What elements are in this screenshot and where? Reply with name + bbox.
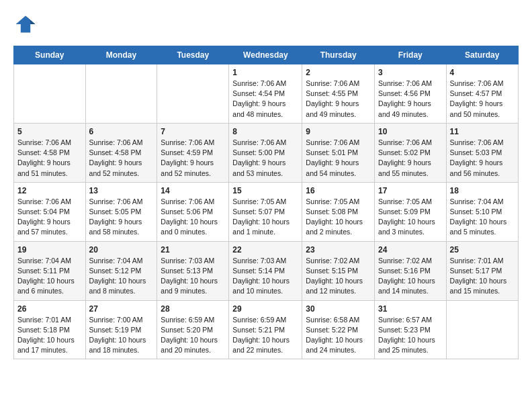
cell-content: Sunrise: 7:05 AMSunset: 5:09 PMDaylight:… bbox=[378, 197, 443, 238]
calendar-cell: 13Sunrise: 7:06 AMSunset: 5:05 PMDayligh… bbox=[85, 182, 157, 241]
day-number: 9 bbox=[306, 127, 371, 136]
day-number: 29 bbox=[232, 304, 298, 314]
logo bbox=[13, 12, 40, 36]
day-number: 25 bbox=[450, 245, 515, 255]
calendar-cell: 4Sunrise: 7:06 AMSunset: 4:57 PMDaylight… bbox=[446, 64, 518, 124]
cell-content: Sunrise: 7:06 AMSunset: 4:59 PMDaylight:… bbox=[161, 138, 225, 179]
day-number: 21 bbox=[161, 245, 225, 255]
week-row-3: 12Sunrise: 7:06 AMSunset: 5:04 PMDayligh… bbox=[14, 182, 519, 241]
week-row-2: 5Sunrise: 7:06 AMSunset: 4:58 PMDaylight… bbox=[14, 123, 519, 182]
cell-content: Sunrise: 7:05 AMSunset: 5:08 PMDaylight:… bbox=[306, 197, 371, 238]
calendar-cell: 17Sunrise: 7:05 AMSunset: 5:09 PMDayligh… bbox=[375, 182, 447, 241]
day-number: 1 bbox=[232, 68, 298, 77]
calendar-cell: 6Sunrise: 7:06 AMSunset: 4:58 PMDaylight… bbox=[85, 123, 157, 182]
calendar-cell bbox=[157, 64, 229, 124]
day-number: 14 bbox=[161, 186, 225, 195]
cell-content: Sunrise: 7:01 AMSunset: 5:17 PMDaylight:… bbox=[450, 256, 515, 297]
cell-content: Sunrise: 7:06 AMSunset: 5:05 PMDaylight:… bbox=[89, 197, 154, 238]
day-number: 19 bbox=[17, 245, 82, 255]
day-number: 12 bbox=[17, 186, 82, 195]
cell-content: Sunrise: 7:06 AMSunset: 4:55 PMDaylight:… bbox=[306, 79, 371, 120]
page: SundayMondayTuesdayWednesdayThursdayFrid… bbox=[0, 0, 532, 371]
cell-content: Sunrise: 7:02 AMSunset: 5:15 PMDaylight:… bbox=[306, 256, 371, 297]
day-number: 8 bbox=[232, 127, 298, 136]
day-number: 11 bbox=[450, 127, 515, 136]
header bbox=[13, 12, 519, 36]
cell-content: Sunrise: 7:03 AMSunset: 5:13 PMDaylight:… bbox=[161, 256, 225, 297]
calendar-cell: 27Sunrise: 7:00 AMSunset: 5:19 PMDayligh… bbox=[85, 300, 157, 359]
day-number: 23 bbox=[306, 245, 371, 255]
day-number: 24 bbox=[378, 245, 443, 255]
day-number: 26 bbox=[17, 304, 82, 314]
calendar-cell: 24Sunrise: 7:02 AMSunset: 5:16 PMDayligh… bbox=[375, 241, 447, 300]
day-number: 4 bbox=[450, 68, 515, 77]
cell-content: Sunrise: 7:06 AMSunset: 5:04 PMDaylight:… bbox=[17, 197, 82, 238]
cell-content: Sunrise: 7:06 AMSunset: 5:03 PMDaylight:… bbox=[450, 138, 515, 179]
cell-content: Sunrise: 7:04 AMSunset: 5:12 PMDaylight:… bbox=[89, 256, 154, 297]
cell-content: Sunrise: 7:06 AMSunset: 4:56 PMDaylight:… bbox=[378, 79, 443, 120]
cell-content: Sunrise: 7:00 AMSunset: 5:19 PMDaylight:… bbox=[89, 315, 154, 356]
day-number: 7 bbox=[161, 127, 225, 136]
calendar-cell: 10Sunrise: 7:06 AMSunset: 5:02 PMDayligh… bbox=[375, 123, 447, 182]
calendar-cell bbox=[446, 300, 518, 359]
cell-content: Sunrise: 7:06 AMSunset: 5:02 PMDaylight:… bbox=[378, 138, 443, 179]
cell-content: Sunrise: 7:04 AMSunset: 5:11 PMDaylight:… bbox=[17, 256, 82, 297]
calendar-cell: 9Sunrise: 7:06 AMSunset: 5:01 PMDaylight… bbox=[302, 123, 375, 182]
cell-content: Sunrise: 7:06 AMSunset: 4:58 PMDaylight:… bbox=[17, 138, 82, 179]
cell-content: Sunrise: 6:59 AMSunset: 5:21 PMDaylight:… bbox=[232, 315, 298, 356]
calendar-cell: 21Sunrise: 7:03 AMSunset: 5:13 PMDayligh… bbox=[157, 241, 229, 300]
calendar-cell: 7Sunrise: 7:06 AMSunset: 4:59 PMDaylight… bbox=[157, 123, 229, 182]
day-number: 5 bbox=[17, 127, 82, 136]
calendar-cell: 25Sunrise: 7:01 AMSunset: 5:17 PMDayligh… bbox=[446, 241, 518, 300]
cell-content: Sunrise: 7:01 AMSunset: 5:18 PMDaylight:… bbox=[17, 315, 82, 356]
day-number: 20 bbox=[89, 245, 154, 255]
day-number: 2 bbox=[306, 68, 371, 77]
calendar-cell: 3Sunrise: 7:06 AMSunset: 4:56 PMDaylight… bbox=[375, 64, 447, 124]
cell-content: Sunrise: 7:03 AMSunset: 5:14 PMDaylight:… bbox=[232, 256, 298, 297]
day-number: 6 bbox=[89, 127, 154, 136]
calendar-cell: 19Sunrise: 7:04 AMSunset: 5:11 PMDayligh… bbox=[14, 241, 86, 300]
day-number: 27 bbox=[89, 304, 154, 314]
calendar-cell: 1Sunrise: 7:06 AMSunset: 4:54 PMDaylight… bbox=[229, 64, 302, 124]
day-number: 30 bbox=[306, 304, 371, 314]
cell-content: Sunrise: 7:05 AMSunset: 5:07 PMDaylight:… bbox=[232, 197, 298, 238]
cell-content: Sunrise: 7:02 AMSunset: 5:16 PMDaylight:… bbox=[378, 256, 443, 297]
cell-content: Sunrise: 7:06 AMSunset: 5:01 PMDaylight:… bbox=[306, 138, 371, 179]
calendar-cell: 26Sunrise: 7:01 AMSunset: 5:18 PMDayligh… bbox=[14, 300, 86, 359]
cell-content: Sunrise: 7:04 AMSunset: 5:10 PMDaylight:… bbox=[450, 197, 515, 238]
day-number: 15 bbox=[232, 186, 298, 195]
cell-content: Sunrise: 7:06 AMSunset: 5:00 PMDaylight:… bbox=[232, 138, 298, 179]
calendar-cell: 2Sunrise: 7:06 AMSunset: 4:55 PMDaylight… bbox=[302, 64, 375, 124]
cell-content: Sunrise: 7:06 AMSunset: 4:57 PMDaylight:… bbox=[450, 79, 515, 120]
logo-icon bbox=[13, 12, 38, 36]
cell-content: Sunrise: 7:06 AMSunset: 4:54 PMDaylight:… bbox=[232, 79, 298, 120]
calendar-cell: 28Sunrise: 6:59 AMSunset: 5:20 PMDayligh… bbox=[157, 300, 229, 359]
cell-content: Sunrise: 6:57 AMSunset: 5:23 PMDaylight:… bbox=[378, 315, 443, 356]
cell-content: Sunrise: 6:59 AMSunset: 5:20 PMDaylight:… bbox=[161, 315, 225, 356]
day-number: 10 bbox=[378, 127, 443, 136]
calendar-cell: 16Sunrise: 7:05 AMSunset: 5:08 PMDayligh… bbox=[302, 182, 375, 241]
day-header-thursday: Thursday bbox=[302, 46, 375, 64]
calendar-cell: 5Sunrise: 7:06 AMSunset: 4:58 PMDaylight… bbox=[14, 123, 86, 182]
calendar-cell: 29Sunrise: 6:59 AMSunset: 5:21 PMDayligh… bbox=[229, 300, 302, 359]
day-number: 16 bbox=[306, 186, 371, 195]
calendar-cell: 31Sunrise: 6:57 AMSunset: 5:23 PMDayligh… bbox=[375, 300, 447, 359]
week-row-5: 26Sunrise: 7:01 AMSunset: 5:18 PMDayligh… bbox=[14, 300, 519, 359]
calendar-cell bbox=[14, 64, 86, 124]
calendar-cell bbox=[85, 64, 157, 124]
cell-content: Sunrise: 7:06 AMSunset: 5:06 PMDaylight:… bbox=[161, 197, 225, 238]
calendar-cell: 30Sunrise: 6:58 AMSunset: 5:22 PMDayligh… bbox=[302, 300, 375, 359]
day-number: 31 bbox=[378, 304, 443, 314]
day-number: 3 bbox=[378, 68, 443, 77]
day-header-wednesday: Wednesday bbox=[229, 46, 302, 64]
calendar-cell: 20Sunrise: 7:04 AMSunset: 5:12 PMDayligh… bbox=[85, 241, 157, 300]
calendar-header-row: SundayMondayTuesdayWednesdayThursdayFrid… bbox=[14, 46, 519, 64]
calendar-cell: 8Sunrise: 7:06 AMSunset: 5:00 PMDaylight… bbox=[229, 123, 302, 182]
calendar-cell: 15Sunrise: 7:05 AMSunset: 5:07 PMDayligh… bbox=[229, 182, 302, 241]
calendar-table: SundayMondayTuesdayWednesdayThursdayFrid… bbox=[13, 46, 519, 359]
cell-content: Sunrise: 7:06 AMSunset: 4:58 PMDaylight:… bbox=[89, 138, 154, 179]
day-number: 18 bbox=[450, 186, 515, 195]
day-header-tuesday: Tuesday bbox=[157, 46, 229, 64]
calendar-cell: 14Sunrise: 7:06 AMSunset: 5:06 PMDayligh… bbox=[157, 182, 229, 241]
calendar-cell: 18Sunrise: 7:04 AMSunset: 5:10 PMDayligh… bbox=[446, 182, 518, 241]
